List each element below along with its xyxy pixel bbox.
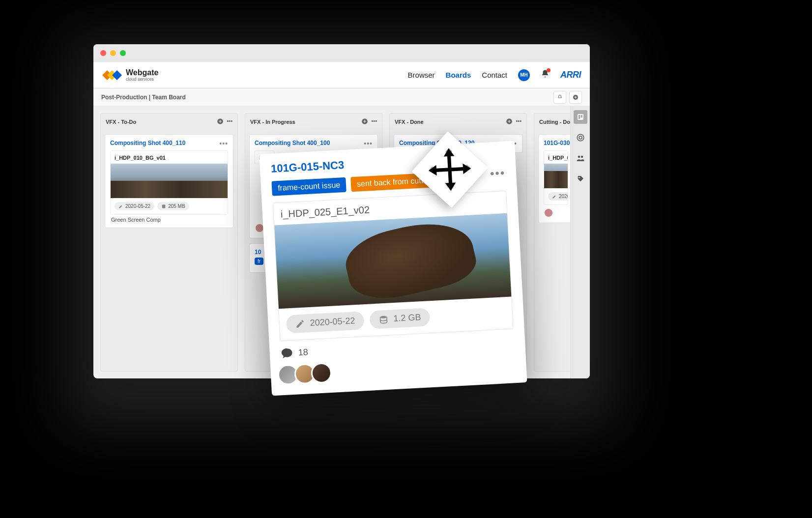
board-view-icon[interactable]	[574, 110, 587, 124]
nav-contact[interactable]: Contact	[482, 71, 507, 79]
column-cutting-done: Cutting - Done 101G-030-M i_HDP_0 2020	[534, 113, 570, 372]
add-card-icon[interactable]	[217, 118, 224, 126]
date-chip: 2020-05-22	[286, 311, 365, 333]
card-title[interactable]: 101G-030-M	[544, 140, 568, 146]
column-menu-icon[interactable]: •••	[516, 118, 522, 126]
nav-boards[interactable]: Boards	[446, 71, 471, 79]
brand-name: Webgate	[126, 69, 158, 77]
add-card-icon[interactable]	[506, 118, 513, 126]
card-desc: Green Screen Comp	[110, 215, 228, 223]
card-title[interactable]: Compositing Shot 400_100	[255, 140, 373, 146]
svg-point-16	[380, 316, 387, 318]
asset-name: i_HDP_010_BG_v01	[111, 151, 228, 164]
asset-thumbnail	[274, 213, 511, 309]
size-chip: 205 MB	[157, 202, 189, 210]
maximize-button[interactable]	[120, 50, 126, 56]
move-cursor-icon	[421, 141, 478, 198]
right-sidebar	[570, 106, 590, 378]
asset-name: i_HDP_0	[544, 151, 568, 164]
card[interactable]: 101G-030-M i_HDP_0 2020	[538, 134, 570, 223]
partner-logo[interactable]: ARRI	[560, 70, 581, 80]
tag-icon[interactable]	[574, 172, 587, 186]
column-vfx-todo: VFX - To-Do ••• ••• Compositing Shot 400…	[100, 113, 238, 372]
titlebar	[93, 44, 590, 62]
svg-rect-9	[579, 115, 580, 119]
logo-mark	[102, 68, 122, 83]
assignee-avatar[interactable]	[544, 208, 553, 218]
card-menu-icon[interactable]: •••	[219, 140, 228, 147]
column-title: VFX - Done	[395, 119, 424, 125]
column-title: Cutting - Done	[539, 119, 570, 125]
help-icon[interactable]	[574, 131, 587, 144]
notifications-icon[interactable]	[541, 69, 550, 81]
column-menu-icon[interactable]: •••	[227, 118, 232, 126]
card-title[interactable]: Compositing Shot 400_110	[110, 140, 228, 146]
svg-point-11	[577, 134, 584, 141]
date-chip: 2020	[548, 192, 568, 201]
size-chip: 1.2 GB	[370, 308, 431, 329]
notification-dot	[547, 68, 551, 72]
nav-browser[interactable]: Browser	[408, 71, 435, 79]
breadcrumb: Post-Production | Team Board	[101, 94, 186, 101]
brand-tagline: cloud services	[126, 77, 158, 82]
close-button[interactable]	[100, 50, 106, 56]
svg-rect-8	[578, 114, 583, 120]
svg-point-14	[580, 156, 583, 158]
nav: Browser Boards Contact MH ARRI	[408, 69, 581, 81]
asset-preview[interactable]: i_HDP_010_BG_v01 2020-05-22 205 MB	[110, 150, 228, 215]
svg-point-15	[579, 177, 580, 178]
asset-thumbnail	[544, 164, 568, 188]
asset-preview[interactable]: i_HDP_025_E1_v02 2020-05-22 1.2 GB	[273, 191, 514, 342]
svg-marker-17	[428, 147, 472, 192]
card[interactable]: ••• Compositing Shot 400_110 i_HDP_010_B…	[105, 134, 233, 228]
svg-rect-10	[580, 115, 582, 117]
header: Webgate cloud services Browser Boards Co…	[93, 62, 590, 88]
dragged-card[interactable]: 101G-015-NC3 ••• frame-count issue sent …	[259, 141, 527, 396]
asset-thumbnail	[111, 164, 228, 198]
users-icon[interactable]	[574, 151, 587, 165]
column-title: VFX - In Progress	[250, 119, 295, 125]
minimize-button[interactable]	[110, 50, 116, 56]
card-menu-icon[interactable]: •••	[490, 166, 506, 181]
svg-point-13	[578, 156, 580, 158]
tag: fr	[255, 258, 263, 265]
logo[interactable]: Webgate cloud services	[102, 68, 158, 83]
add-card-icon[interactable]	[361, 118, 368, 126]
column-title: VFX - To-Do	[106, 119, 136, 125]
tag-frame-count[interactable]: frame-count issue	[271, 177, 347, 196]
notify-button[interactable]	[553, 91, 566, 104]
breadcrumb-bar: Post-Production | Team Board	[93, 88, 590, 106]
svg-point-12	[579, 136, 582, 139]
add-button[interactable]	[569, 91, 582, 104]
user-avatar[interactable]: MH	[518, 69, 530, 81]
assignee-avatar[interactable]	[311, 362, 332, 384]
asset-preview[interactable]: i_HDP_0 2020	[544, 150, 568, 205]
column-menu-icon[interactable]: •••	[371, 118, 377, 126]
card-menu-icon[interactable]: •••	[364, 140, 373, 147]
date-chip: 2020-05-22	[115, 202, 154, 210]
